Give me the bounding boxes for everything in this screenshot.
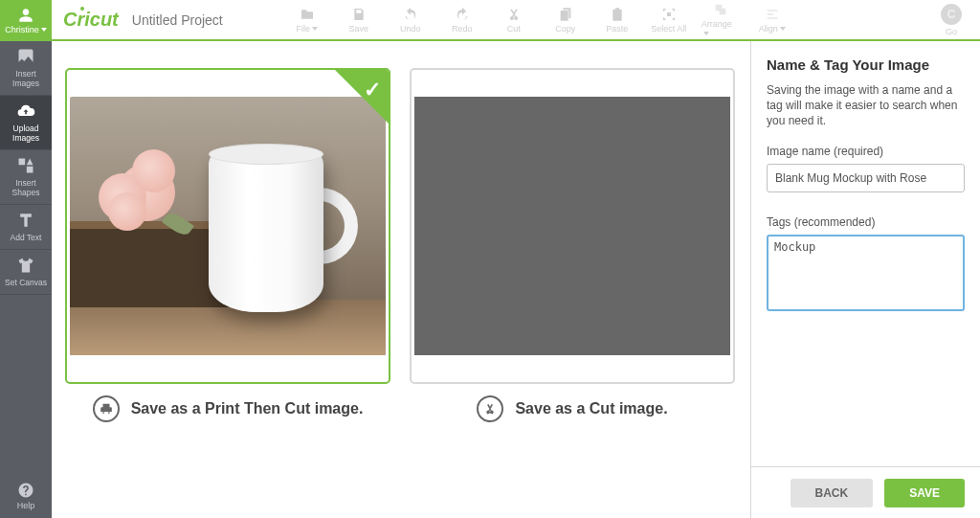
tb-file[interactable]: File (288, 7, 326, 34)
arrange-icon (712, 2, 729, 17)
tb-undo[interactable]: Undo (391, 7, 430, 34)
printer-icon (93, 395, 120, 422)
panel-footer: BACK SAVE (751, 466, 980, 518)
sidebar-item-insert-images[interactable]: Insert Images (0, 41, 52, 96)
sidebar-help[interactable]: Help (0, 482, 52, 518)
sidebar-item-upload-images[interactable]: Upload Images (0, 96, 52, 150)
tb-copy[interactable]: Copy (546, 7, 585, 34)
folder-icon (299, 7, 316, 22)
tb-arrange[interactable]: Arrange (702, 2, 740, 38)
mug-mockup-preview (70, 97, 386, 355)
align-icon (764, 7, 781, 22)
image-type-chooser: ✓ Save as a Print Then Cut image. (52, 41, 750, 518)
help-icon (17, 482, 34, 499)
cloud-upload-icon (16, 101, 35, 121)
tb-align[interactable]: Align (753, 7, 791, 34)
sidebar-item-add-text[interactable]: Add Text (0, 205, 52, 250)
brand-logo: Cricut (63, 9, 119, 31)
save-button[interactable]: SAVE (884, 479, 965, 507)
save-disk-icon (350, 7, 368, 22)
redo-icon (454, 7, 471, 22)
sidebar-label: Insert Shapes (12, 178, 40, 197)
panel-hint: Saving the image with a name and a tag w… (767, 82, 965, 129)
user-icon (18, 8, 33, 23)
tb-redo[interactable]: Redo (443, 7, 481, 34)
help-label: Help (17, 501, 35, 510)
cut-icon (505, 7, 523, 22)
check-icon: ✓ (364, 78, 381, 102)
back-button[interactable]: BACK (791, 479, 874, 507)
tags-label: Tags (recommended) (767, 215, 965, 229)
shapes-icon (16, 156, 35, 175)
sidebar: Christine Insert Images Upload Images In… (0, 0, 52, 518)
tb-cut[interactable]: Cut (495, 7, 533, 34)
sidebar-label: Upload Images (12, 124, 39, 143)
topbar: Cricut Untitled Project File Save Undo R… (52, 0, 980, 41)
paste-icon (609, 7, 626, 22)
panel-title: Name & Tag Your Image (767, 56, 965, 73)
cut-silhouette-preview (414, 97, 730, 355)
sidebar-item-set-canvas[interactable]: Set Canvas (0, 250, 52, 295)
name-tag-panel: Name & Tag Your Image Saving the image w… (750, 41, 980, 518)
card-cut-image[interactable] (410, 68, 735, 384)
scissors-icon (477, 395, 503, 422)
card-caption-cut: Save as a Cut image. (515, 400, 667, 417)
sidebar-label: Add Text (11, 233, 42, 242)
sidebar-label: Set Canvas (5, 278, 47, 287)
go-badge-icon: C (941, 4, 962, 25)
sidebar-item-insert-shapes[interactable]: Insert Shapes (0, 150, 52, 205)
tb-save[interactable]: Save (340, 7, 378, 34)
project-title: Untitled Project (132, 12, 223, 28)
tb-select-all[interactable]: Select All (650, 7, 688, 34)
user-menu[interactable]: Christine (0, 0, 52, 41)
image-name-input[interactable] (767, 164, 965, 192)
sidebar-label: Insert Images (12, 69, 39, 88)
tags-input[interactable] (767, 235, 965, 311)
undo-icon (402, 7, 419, 22)
copy-icon (557, 7, 574, 22)
text-icon (16, 211, 35, 230)
card-print-then-cut[interactable]: ✓ (65, 68, 390, 384)
image-icon (16, 47, 35, 66)
select-all-icon (660, 7, 678, 22)
user-name: Christine (5, 25, 47, 34)
name-label: Image name (required) (767, 145, 965, 158)
tb-go[interactable]: C Go (932, 4, 970, 36)
tb-paste[interactable]: Paste (598, 7, 636, 34)
tshirt-icon (16, 256, 35, 275)
card-caption-print: Save as a Print Then Cut image. (131, 400, 364, 417)
